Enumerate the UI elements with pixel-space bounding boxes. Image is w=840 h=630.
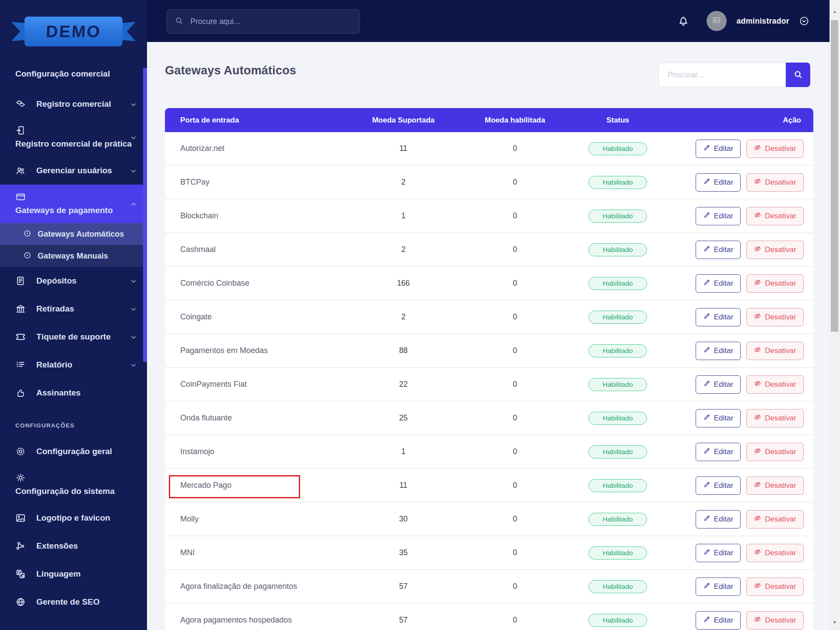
sidebar-item-registro-comercial-de-pratica[interactable]: Registro comercial de prática <box>0 118 147 157</box>
sidebar-item-linguagem[interactable]: Linguagem <box>0 560 147 588</box>
status-cell: Habilitado <box>554 378 681 391</box>
edit-button[interactable]: Editar <box>696 173 741 192</box>
disable-button[interactable]: Desativar <box>746 443 804 461</box>
sidebar-item-configuracao-comercial[interactable]: Configuração comercial <box>0 58 147 90</box>
chevron-down-icon <box>130 167 137 175</box>
edit-button[interactable]: Editar <box>696 510 741 528</box>
eye-slash-icon <box>754 616 761 625</box>
table-header: Porta de entrada Moeda Suportada Moeda h… <box>165 108 813 132</box>
edit-button[interactable]: Editar <box>696 207 741 225</box>
supported-currency-cell: 30 <box>331 514 476 524</box>
disable-button[interactable]: Desativar <box>746 578 804 596</box>
topbar-search-input[interactable] <box>189 17 352 27</box>
notifications-bell-icon[interactable] <box>677 14 690 28</box>
pencil-icon <box>703 245 710 255</box>
sidebar-item-gateways-manuais[interactable]: Gateways Manuais <box>0 245 147 267</box>
edit-button[interactable]: Editar <box>696 578 741 596</box>
actions-cell: Editar Desativar <box>681 476 813 495</box>
eye-slash-icon <box>754 413 761 423</box>
sidebar-item-gerente-de-seo[interactable]: Gerente de SEO <box>0 588 147 616</box>
disable-button[interactable]: Desativar <box>746 611 804 630</box>
disable-button[interactable]: Desativar <box>746 207 804 225</box>
disable-button[interactable]: Desativar <box>746 375 804 394</box>
disable-button[interactable]: Desativar <box>746 342 804 360</box>
sidebar-item-configuracao-geral[interactable]: Configuração geral <box>0 438 147 466</box>
eye-slash-icon <box>754 582 761 592</box>
page-scrollbar[interactable]: ▲ ▼ <box>830 0 840 630</box>
status-cell: Habilitado <box>554 243 681 256</box>
sidebar-item-configuracao-do-sistema[interactable]: Configuração do sistema <box>0 466 147 504</box>
user-cluster: administrador <box>677 0 809 42</box>
disable-button[interactable]: Desativar <box>746 544 804 562</box>
sidebar-item-label: Gateways Manuais <box>38 250 134 262</box>
pencil-icon <box>703 548 710 558</box>
door-icon <box>15 125 26 136</box>
table-row: BTCPay 2 0 Habilitado Editar Desativar <box>165 166 813 200</box>
sidebar-item-registro-comercial[interactable]: Registro comercial <box>0 90 147 118</box>
search-icon <box>175 16 183 27</box>
edit-button[interactable]: Editar <box>696 241 741 259</box>
sidebar-scrollbar-thumb[interactable] <box>143 68 147 362</box>
eye-slash-icon <box>754 380 761 389</box>
sidebar-item-label: Logotipo e favicon <box>36 512 134 524</box>
scroll-down-arrow-icon[interactable]: ▼ <box>830 617 840 627</box>
page-scrollbar-thumb[interactable] <box>831 20 838 332</box>
supported-currency-cell: 166 <box>331 279 476 288</box>
eye-slash-icon <box>754 312 761 322</box>
status-cell: Habilitado <box>554 176 681 189</box>
sidebar-item-assinantes[interactable]: Assinantes <box>0 379 147 407</box>
edit-button[interactable]: Editar <box>696 274 741 293</box>
disable-button[interactable]: Desativar <box>746 409 804 427</box>
table-search <box>658 63 810 87</box>
sidebar-item-relatorio[interactable]: Relatório <box>0 351 147 379</box>
disable-button[interactable]: Desativar <box>746 274 804 293</box>
scroll-up-arrow-icon[interactable]: ▲ <box>830 6 840 17</box>
status-cell: Habilitado <box>554 546 681 560</box>
edit-button[interactable]: Editar <box>696 611 741 630</box>
disable-button[interactable]: Desativar <box>746 241 804 259</box>
user-menu-chevron-icon[interactable] <box>799 16 809 26</box>
edit-button[interactable]: Editar <box>696 308 741 326</box>
enabled-currency-cell: 0 <box>476 380 554 389</box>
sidebar-item-gateways-de-pagamento[interactable]: Gateways de pagamento <box>0 185 147 223</box>
sidebar-item-gerenciar-usuarios[interactable]: Gerenciar usuários <box>0 157 147 185</box>
edit-button[interactable]: Editar <box>696 476 741 495</box>
edit-button[interactable]: Editar <box>696 342 741 360</box>
disable-button[interactable]: Desativar <box>746 476 804 495</box>
supported-currency-cell: 2 <box>331 178 476 187</box>
sidebar-item-label: Linguagem <box>36 568 134 580</box>
table-search-button[interactable] <box>786 63 810 87</box>
enabled-currency-cell: 0 <box>476 481 554 490</box>
sidebar-item-label: Assinantes <box>36 387 134 399</box>
edit-button[interactable]: Editar <box>696 443 741 461</box>
enabled-currency-cell: 0 <box>476 346 554 355</box>
supported-currency-cell: 25 <box>331 413 476 423</box>
pencil-icon <box>703 312 710 322</box>
eye-slash-icon <box>754 548 761 558</box>
sidebar-item-gateways-automaticos[interactable]: Gateways Automáticos <box>0 223 147 245</box>
status-cell: Habilitado <box>554 142 681 155</box>
disable-button[interactable]: Desativar <box>746 308 804 326</box>
sidebar-item-retiradas[interactable]: Retiradas <box>0 295 147 323</box>
table-row: Mercado Pago 11 0 Habilitado Editar Desa… <box>165 469 813 503</box>
users-icon <box>15 165 26 176</box>
table-search-input[interactable] <box>658 63 786 87</box>
eye-slash-icon <box>754 279 761 288</box>
edit-button[interactable]: Editar <box>696 375 741 394</box>
sidebar-item-tiquete-de-suporte[interactable]: Tíquete de suporte <box>0 323 147 351</box>
edit-button[interactable]: Editar <box>696 409 741 427</box>
sidebar-item-logotipo-e-favicon[interactable]: Logotipo e favicon <box>0 504 147 532</box>
disable-button[interactable]: Desativar <box>746 140 804 158</box>
status-cell: Habilitado <box>554 580 681 593</box>
eye-slash-icon <box>754 245 761 255</box>
disable-button[interactable]: Desativar <box>746 173 804 192</box>
globe-icon <box>15 597 26 607</box>
pencil-icon <box>703 380 710 389</box>
sidebar-item-depositos[interactable]: Depósitos <box>0 267 147 295</box>
disable-button[interactable]: Desativar <box>746 510 804 528</box>
sidebar-item-extensoes[interactable]: Extensões <box>0 532 147 560</box>
avatar[interactable] <box>707 11 727 31</box>
gateway-name-cell: Onda flutuante <box>165 413 331 423</box>
edit-button[interactable]: Editar <box>696 544 741 562</box>
edit-button[interactable]: Editar <box>696 140 741 158</box>
